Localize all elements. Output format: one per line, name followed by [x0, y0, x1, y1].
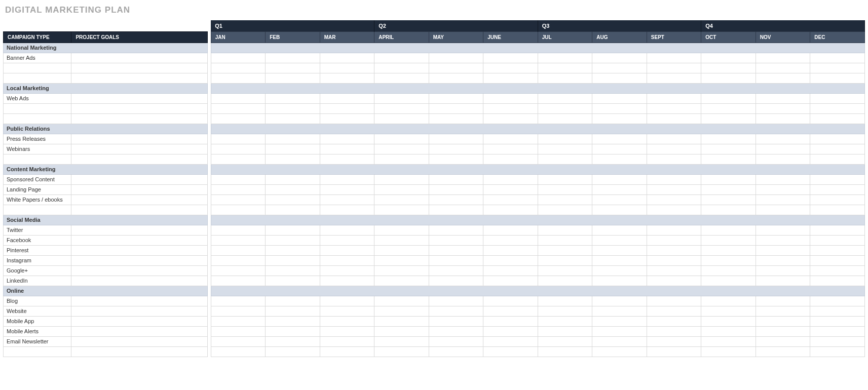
month-cell[interactable]: [320, 306, 374, 316]
month-cell[interactable]: [592, 134, 647, 144]
month-cell[interactable]: [810, 306, 865, 316]
month-cell[interactable]: [647, 194, 701, 205]
month-cell[interactable]: [374, 174, 429, 184]
month-cell[interactable]: [756, 225, 810, 235]
month-cell[interactable]: [592, 53, 647, 63]
month-cell[interactable]: [266, 235, 320, 245]
month-cell[interactable]: [538, 103, 592, 113]
month-cell[interactable]: [647, 306, 701, 316]
month-cell[interactable]: [592, 174, 647, 184]
month-cell[interactable]: [483, 73, 538, 83]
month-cell[interactable]: [374, 63, 429, 73]
campaign-type-cell[interactable]: Mobile Alerts: [4, 326, 71, 336]
month-cell[interactable]: [701, 336, 756, 346]
campaign-type-cell[interactable]: Google+: [4, 265, 71, 276]
month-cell[interactable]: [538, 174, 592, 184]
campaign-type-cell[interactable]: [4, 103, 71, 113]
month-cell[interactable]: [538, 326, 592, 336]
month-cell[interactable]: [483, 336, 538, 346]
month-cell[interactable]: [647, 245, 701, 255]
campaign-type-cell[interactable]: [4, 63, 71, 73]
project-goals-cell[interactable]: [71, 346, 208, 357]
month-cell[interactable]: [810, 53, 865, 63]
month-cell[interactable]: [483, 235, 538, 245]
month-cell[interactable]: [538, 134, 592, 144]
month-cell[interactable]: [592, 245, 647, 255]
month-cell[interactable]: [538, 184, 592, 194]
month-cell[interactable]: [756, 93, 810, 103]
month-cell[interactable]: [701, 174, 756, 184]
month-cell[interactable]: [810, 144, 865, 154]
month-cell[interactable]: [483, 296, 538, 306]
campaign-type-cell[interactable]: White Papers / ebooks: [4, 194, 71, 205]
campaign-type-cell[interactable]: [4, 154, 71, 164]
month-cell[interactable]: [320, 326, 374, 336]
month-cell[interactable]: [374, 154, 429, 164]
month-cell[interactable]: [320, 225, 374, 235]
month-cell[interactable]: [266, 73, 320, 83]
month-cell[interactable]: [701, 235, 756, 245]
month-cell[interactable]: [320, 113, 374, 124]
month-cell[interactable]: [266, 184, 320, 194]
month-cell[interactable]: [266, 154, 320, 164]
month-cell[interactable]: [266, 113, 320, 124]
month-cell[interactable]: [266, 245, 320, 255]
campaign-type-cell[interactable]: [4, 113, 71, 124]
campaign-type-cell[interactable]: Blog: [4, 296, 71, 306]
month-cell[interactable]: [211, 235, 266, 245]
month-cell[interactable]: [592, 296, 647, 306]
month-cell[interactable]: [701, 276, 756, 286]
month-cell[interactable]: [374, 113, 429, 124]
month-cell[interactable]: [429, 73, 483, 83]
month-cell[interactable]: [756, 336, 810, 346]
month-cell[interactable]: [756, 103, 810, 113]
month-cell[interactable]: [429, 144, 483, 154]
month-cell[interactable]: [701, 265, 756, 276]
month-cell[interactable]: [483, 326, 538, 336]
month-cell[interactable]: [647, 134, 701, 144]
month-cell[interactable]: [756, 276, 810, 286]
month-cell[interactable]: [429, 346, 483, 357]
month-cell[interactable]: [429, 154, 483, 164]
month-cell[interactable]: [211, 194, 266, 205]
month-cell[interactable]: [483, 103, 538, 113]
month-cell[interactable]: [429, 316, 483, 326]
month-cell[interactable]: [429, 336, 483, 346]
project-goals-cell[interactable]: [71, 205, 208, 215]
month-cell[interactable]: [538, 235, 592, 245]
month-cell[interactable]: [647, 154, 701, 164]
month-cell[interactable]: [320, 134, 374, 144]
month-cell[interactable]: [701, 205, 756, 215]
month-cell[interactable]: [538, 63, 592, 73]
month-cell[interactable]: [320, 63, 374, 73]
month-cell[interactable]: [429, 326, 483, 336]
month-cell[interactable]: [756, 265, 810, 276]
campaign-type-cell[interactable]: Sponsored Content: [4, 174, 71, 184]
month-cell[interactable]: [701, 326, 756, 336]
month-cell[interactable]: [266, 174, 320, 184]
month-cell[interactable]: [592, 255, 647, 265]
month-cell[interactable]: [211, 346, 266, 357]
month-cell[interactable]: [592, 225, 647, 235]
month-cell[interactable]: [810, 154, 865, 164]
campaign-type-cell[interactable]: Mobile App: [4, 316, 71, 326]
month-cell[interactable]: [538, 194, 592, 205]
project-goals-cell[interactable]: [71, 245, 208, 255]
month-cell[interactable]: [374, 225, 429, 235]
project-goals-cell[interactable]: [71, 103, 208, 113]
month-cell[interactable]: [756, 113, 810, 124]
month-cell[interactable]: [483, 306, 538, 316]
month-cell[interactable]: [647, 184, 701, 194]
month-cell[interactable]: [756, 346, 810, 357]
month-cell[interactable]: [374, 205, 429, 215]
month-cell[interactable]: [320, 73, 374, 83]
month-cell[interactable]: [266, 346, 320, 357]
month-cell[interactable]: [211, 184, 266, 194]
month-cell[interactable]: [810, 346, 865, 357]
month-cell[interactable]: [429, 296, 483, 306]
month-cell[interactable]: [701, 225, 756, 235]
month-cell[interactable]: [374, 265, 429, 276]
month-cell[interactable]: [647, 113, 701, 124]
month-cell[interactable]: [483, 184, 538, 194]
month-cell[interactable]: [374, 255, 429, 265]
